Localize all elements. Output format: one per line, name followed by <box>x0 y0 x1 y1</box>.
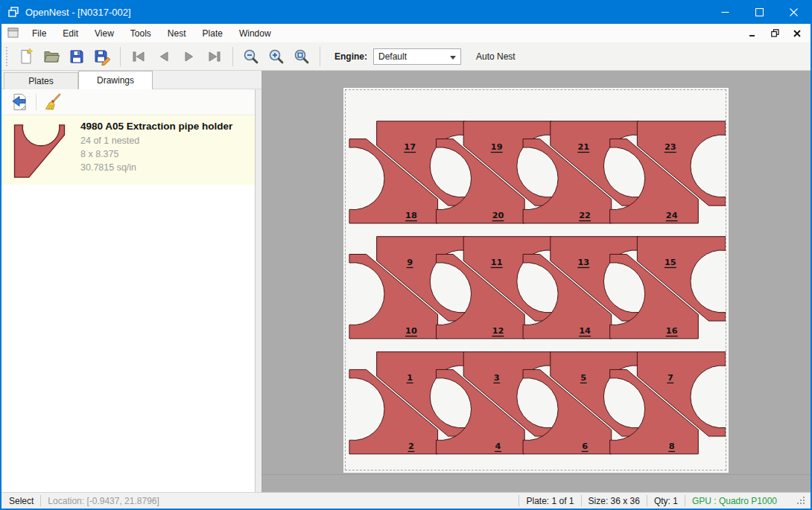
titlebar[interactable]: OpenNest - [N0317-002] <box>1 0 811 24</box>
open-file-button[interactable] <box>40 45 63 68</box>
menu-file[interactable]: File <box>24 25 54 42</box>
engine-select[interactable]: Default <box>373 48 461 65</box>
nest-pair: 1516 <box>610 237 726 339</box>
part-label-underline <box>408 451 415 452</box>
part-thumbnail <box>12 121 73 179</box>
part-label-underline <box>582 451 589 452</box>
part-label: 17 <box>404 141 416 152</box>
menu-view[interactable]: View <box>86 25 122 42</box>
window-title: OpenNest - [N0317-002] <box>25 7 131 18</box>
part-label: 14 <box>579 325 591 336</box>
new-file-icon <box>17 48 35 66</box>
go-next-icon <box>180 48 198 66</box>
tab-plates[interactable]: Plates <box>4 72 78 89</box>
broom-icon <box>43 92 63 112</box>
tab-drawings[interactable]: Drawings <box>78 71 153 89</box>
new-file-button[interactable] <box>15 45 37 68</box>
nest-pair: 1718 <box>349 121 465 223</box>
part-label-underline <box>667 383 673 383</box>
part-label-underline <box>666 220 678 221</box>
clean-button[interactable] <box>42 92 63 112</box>
part-label-underline <box>664 152 676 153</box>
nest-pair: 78 <box>610 352 726 454</box>
status-separator <box>581 495 582 506</box>
status-separator <box>518 495 519 506</box>
nest-plate-svg[interactable]: 171819202122232491011121314151612345678 <box>345 89 726 471</box>
part-label-underline <box>492 336 504 337</box>
nest-pair: 910 <box>349 237 465 339</box>
go-last-icon <box>206 48 223 66</box>
part-label: 1 <box>407 372 413 383</box>
save-as-icon <box>93 48 111 66</box>
menu-window[interactable]: Window <box>231 25 279 42</box>
status-separator <box>647 495 647 506</box>
zoom-in-icon <box>267 48 285 66</box>
engine-label: Engine: <box>334 51 367 62</box>
drawings-panel: 4980 A05 Extraction pipe holder 24 of 1 … <box>1 89 256 492</box>
nest-pair: 34 <box>437 352 552 454</box>
part-label: 9 <box>407 257 413 267</box>
part-label: 13 <box>577 257 589 267</box>
save-button[interactable] <box>66 45 88 68</box>
menu-plate[interactable]: Plate <box>194 25 231 42</box>
go-previous-button[interactable] <box>153 45 175 68</box>
menu-tools[interactable]: Tools <box>122 25 159 42</box>
save-as-button[interactable] <box>91 45 113 68</box>
menu-edit[interactable]: Edit <box>54 25 86 42</box>
part-label: 8 <box>669 441 675 451</box>
part-label-underline <box>577 267 589 268</box>
part-label-underline <box>668 451 675 452</box>
go-first-button[interactable] <box>127 45 150 68</box>
part-label: 18 <box>405 210 417 220</box>
status-plate: Plate: 1 of 1 <box>526 496 574 506</box>
resize-grip[interactable] <box>796 496 806 506</box>
document-icon <box>7 28 19 39</box>
canvas-divider <box>261 474 811 475</box>
toolbar-grip[interactable] <box>6 47 10 66</box>
sidebar: Plates Drawings <box>1 71 261 492</box>
nest-pair: 12 <box>349 352 465 454</box>
part-label-underline <box>493 383 500 383</box>
child-minimize-button[interactable] <box>746 28 758 39</box>
go-last-button[interactable] <box>203 45 226 68</box>
nest-canvas[interactable]: 171819202122232491011121314151612345678 <box>261 71 811 492</box>
go-previous-icon <box>155 48 173 66</box>
zoom-out-button[interactable] <box>240 45 262 68</box>
child-minimize-icon <box>749 30 756 37</box>
zoom-fit-button[interactable] <box>291 45 313 68</box>
nest-pair: 1112 <box>437 237 552 339</box>
zoom-fit-icon <box>293 48 311 66</box>
toolbar: Engine: Default Auto Nest <box>1 42 811 71</box>
status-separator <box>40 495 41 506</box>
close-button[interactable] <box>776 0 811 24</box>
menu-nest[interactable]: Nest <box>159 25 194 42</box>
import-drawing-button[interactable] <box>9 92 30 112</box>
go-next-button[interactable] <box>178 45 200 68</box>
zoom-out-icon <box>242 48 260 66</box>
child-restore-button[interactable] <box>769 28 781 39</box>
open-folder-icon <box>42 48 60 66</box>
drawing-list-item[interactable]: 4980 A05 Extraction pipe holder 24 of 1 … <box>1 115 255 185</box>
part-label: 15 <box>664 257 676 267</box>
part-label-underline <box>492 220 504 221</box>
part-label-underline <box>404 152 416 153</box>
import-drawing-icon <box>10 92 29 112</box>
menubar: File Edit View Tools Nest Plate Window <box>1 24 811 42</box>
toolbar-separator <box>320 47 320 66</box>
resize-grip-icon <box>796 496 806 506</box>
part-label: 23 <box>664 141 676 152</box>
status-separator <box>685 495 685 506</box>
part-label-underline <box>580 383 587 383</box>
maximize-button[interactable] <box>742 0 776 24</box>
child-close-button[interactable] <box>791 28 803 39</box>
part-label: 11 <box>491 257 503 267</box>
drawing-title: 4980 A05 Extraction pipe holder <box>80 121 250 132</box>
minimize-button[interactable] <box>708 0 742 24</box>
zoom-in-button[interactable] <box>265 45 288 68</box>
nest-pair: 1314 <box>523 237 638 339</box>
minimize-icon <box>721 8 729 16</box>
part-label-underline <box>405 220 417 221</box>
part-label: 4 <box>495 441 501 451</box>
auto-nest-button[interactable]: Auto Nest <box>472 48 520 65</box>
close-icon <box>790 8 798 16</box>
